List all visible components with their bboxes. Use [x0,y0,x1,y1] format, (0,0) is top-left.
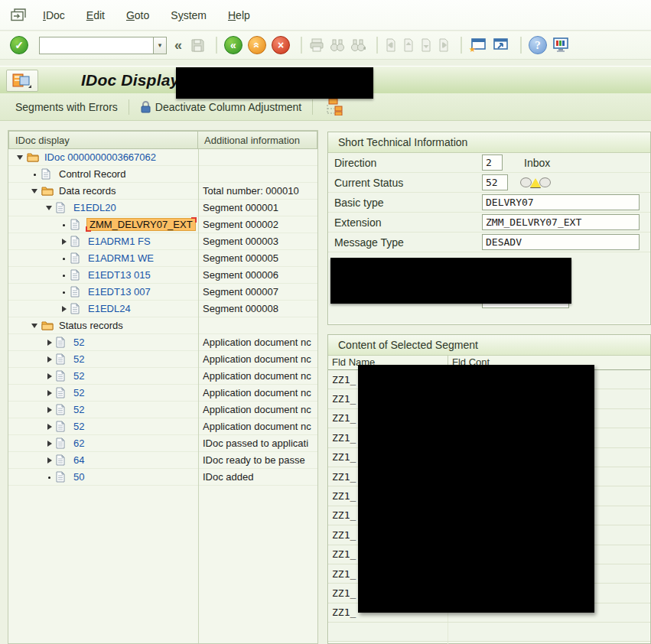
expander-open-icon[interactable] [45,203,54,213]
tree-node-label[interactable]: 64 [72,454,86,466]
field-content-cell[interactable] [448,623,650,641]
tree-node-label[interactable]: 52 [72,387,86,398]
field-value-box[interactable]: 52 [482,174,508,190]
command-dropdown-icon[interactable]: ▾ [154,37,167,54]
tree-node-label[interactable]: 50 [72,471,86,483]
expander-closed-icon[interactable] [45,372,54,381]
tree-row-52[interactable]: 52Application document nc [8,334,317,351]
tree-row-e1edt13-007[interactable]: E1EDT13 007Segment 000007 [8,284,317,301]
segments-with-errors-button[interactable]: Segments with Errors [15,101,118,113]
command-field[interactable]: ▾ [39,37,167,54]
tree-node-label[interactable]: 62 [72,437,86,449]
next-page-button[interactable] [419,37,433,53]
tree-column-header-additional-information[interactable]: Additional information [198,131,317,149]
find-button[interactable] [329,38,346,53]
tree-node-label[interactable]: E1EDL20 [72,202,118,213]
tree-row-52[interactable]: 52Application document nc [8,418,317,435]
expander-closed-icon[interactable] [45,405,54,415]
tree-row-e1adrm1-fs[interactable]: E1ADRM1 FSSegment 000003 [8,233,317,250]
previous-page-button[interactable] [402,37,415,53]
collapse-toolbar-icon[interactable]: « [174,37,182,54]
first-page-icon [385,38,397,52]
tree-row-e1edl20[interactable]: E1EDL20Segment 000001 [8,200,317,216]
expander-closed-icon[interactable] [45,439,54,448]
menu-system[interactable]: System [171,9,207,21]
tree-node-label[interactable]: E1ADRM1 FS [86,236,152,247]
layout-menu-button[interactable] [6,70,38,92]
find-next-button[interactable] [350,38,366,53]
menu-idoc[interactable]: IDoc [43,9,65,21]
expander-closed-icon[interactable] [45,456,54,465]
customize-layout-button[interactable] [552,37,570,54]
tree-node-label[interactable]: E1EDL24 [86,303,132,314]
tree-row-52[interactable]: 52Application document nc [8,351,317,368]
save-button[interactable] [190,37,206,54]
segment-field-row[interactable] [328,623,650,642]
tree-node-label[interactable]: Data records [57,185,117,197]
expander-closed-icon[interactable] [45,422,54,431]
tree-node-label[interactable]: 52 [72,370,86,382]
expander-closed-icon[interactable] [45,355,54,364]
deactivate-column-adjustment-button[interactable]: Deactivate Column Adjustment [140,100,301,113]
exit-button[interactable]: « [247,35,267,55]
tree-node-label[interactable]: ZMM_DELVRY07_EXT [86,218,196,231]
field-label: Direction [334,157,482,169]
tree-row-idoc-0000000003667062[interactable]: IDoc 0000000003667062 [8,149,317,166]
expander-closed-icon[interactable] [45,389,54,398]
first-page-button[interactable] [384,37,398,53]
menu-help[interactable]: Help [228,9,250,21]
cancel-button[interactable]: × [271,35,291,55]
tree-row-62[interactable]: 62IDoc passed to applicati [8,435,317,452]
tree-node-label[interactable]: 52 [72,421,86,432]
tree-node-label[interactable]: E1EDT13 015 [86,269,152,281]
tree-node-label[interactable]: 52 [72,353,86,365]
doc-icon [56,404,70,415]
new-session-button[interactable]: ★ [468,37,487,54]
tree-column-header-idoc-display[interactable]: IDoc display [8,131,198,149]
tree-row-e1edt13-015[interactable]: E1EDT13 015Segment 000006 [8,267,317,284]
hierarchy-view-button[interactable] [324,98,344,115]
tree-row-status-records[interactable]: Status records [8,317,317,334]
create-shortcut-button[interactable] [491,37,510,54]
last-page-button[interactable] [437,37,451,53]
expander-open-icon[interactable] [16,153,25,162]
tree-row-control-record[interactable]: Control Record [8,166,317,183]
field-value-box[interactable]: DESADV [482,234,640,250]
expander-closed-icon[interactable] [60,237,69,246]
tree-row-64[interactable]: 64IDoc ready to be passe [8,452,317,469]
tree-row-e1edl24[interactable]: E1EDL24Segment 000008 [8,301,317,317]
menu-edit[interactable]: Edit [86,9,105,21]
expander-closed-icon[interactable] [45,338,54,347]
tree-node-label[interactable]: 52 [72,337,86,348]
tree-node-label[interactable]: E1EDT13 007 [86,286,152,298]
menu-goto[interactable]: Goto [126,9,149,21]
field-value-box[interactable]: 2 [482,154,503,171]
expander-closed-icon[interactable] [60,304,69,314]
window-menu-icon[interactable] [11,8,26,21]
tree-row-zmm-delvry07-ext[interactable]: ZMM_DELVRY07_EXTSegment 000002 [8,216,317,233]
tree-node-label[interactable]: Control Record [57,168,127,180]
tree-node-label[interactable]: Status records [57,320,125,331]
help-button[interactable]: ? [528,35,548,55]
tree-row-e1adrm1-we[interactable]: E1ADRM1 WESegment 000005 [8,250,317,267]
print-button[interactable] [308,37,325,53]
tree-node-label[interactable]: IDoc 0000000003667062 [43,151,158,163]
field-value-box[interactable]: ZMM_DELVRY07_EXT [482,214,640,230]
expander-open-icon[interactable] [31,187,40,196]
tree-row-52[interactable]: 52Application document nc [8,368,317,385]
tree-node-label[interactable]: 52 [72,404,86,415]
save-icon [190,38,205,53]
back-button[interactable]: « [223,35,243,55]
field-name-cell[interactable] [328,623,448,641]
tree-node-label[interactable]: E1ADRM1 WE [86,252,155,264]
tree-row-data-records[interactable]: Data recordsTotal number: 000010 [8,183,317,200]
doc-icon [56,387,70,398]
enter-button[interactable]: ✓ [9,35,29,55]
tree-row-52[interactable]: 52Application document nc [8,402,317,418]
tree-row-52[interactable]: 52Application document nc [8,385,317,402]
tree-row-50[interactable]: 50IDoc added [8,469,317,486]
doc-icon [70,303,84,314]
expander-open-icon[interactable] [31,321,40,330]
command-input[interactable] [39,37,154,54]
field-value-box[interactable]: DELVRY07 [482,194,640,210]
